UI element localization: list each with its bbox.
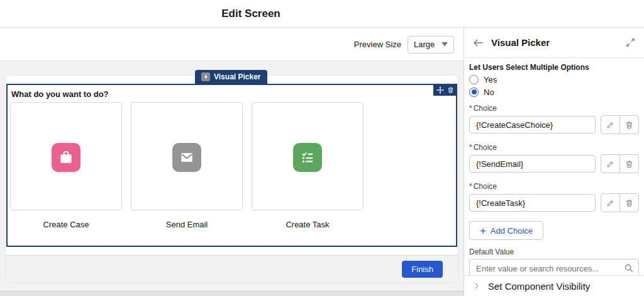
plus-icon: + (480, 225, 486, 236)
choice-input-create-case[interactable] (469, 116, 596, 134)
choice-row (469, 115, 639, 134)
preview-bar: Preview Size Large (0, 28, 464, 60)
choice-field-label: *Choice (469, 143, 639, 152)
default-value-label: Default Value (469, 248, 639, 256)
choice-field-label: *Choice (469, 104, 639, 113)
radio-no[interactable] (469, 88, 479, 97)
modal-header: Edit Screen (0, 0, 644, 28)
preview-size-select[interactable]: Large (408, 36, 454, 54)
choice-input-create-task[interactable] (469, 194, 596, 212)
choice-actions (601, 154, 639, 173)
modal-bottom-strip (0, 291, 464, 296)
visibility-label: Set Component Visibility (488, 281, 590, 292)
preview-size-value: Large (414, 40, 435, 49)
panel-title: Visual Picker (491, 37, 618, 48)
screen-footer: Finish (6, 255, 458, 282)
choice-card-create-case: Create Case (10, 102, 122, 229)
required-asterisk: * (469, 143, 472, 152)
choice-field-label: *Choice (469, 182, 639, 191)
back-arrow-icon[interactable] (473, 38, 484, 47)
component-tab-label: Visual Picker (214, 72, 261, 81)
task-icon (293, 143, 322, 172)
radio-yes[interactable] (469, 75, 479, 84)
case-icon (52, 143, 80, 172)
panel-header: Visual Picker (464, 28, 644, 58)
set-component-visibility-section[interactable]: Set Component Visibility (464, 275, 644, 296)
screen-canvas: What do you want to do? Create Case (0, 60, 464, 291)
choice-input-send-email[interactable] (469, 155, 596, 173)
lightning-bolt-icon (201, 72, 210, 81)
edit-choice-button[interactable] (601, 154, 620, 173)
choice-group-3: *Choice (469, 182, 639, 212)
card-label: Create Task (286, 220, 329, 229)
required-asterisk: * (469, 182, 472, 191)
choice-actions (601, 193, 639, 212)
chevron-right-icon (473, 282, 480, 290)
send-email-card[interactable] (131, 102, 243, 210)
choice-card-create-task: Create Task (252, 102, 364, 229)
edit-choice-button[interactable] (601, 115, 620, 134)
choice-group-1: *Choice (469, 104, 639, 134)
choice-row (469, 154, 639, 173)
choice-group-2: *Choice (469, 143, 639, 173)
properties-panel: Visual Picker Let Users Select Multiple … (464, 28, 644, 296)
radio-option-no[interactable]: No (469, 86, 639, 98)
card-label: Create Case (43, 220, 89, 229)
create-task-card[interactable] (252, 102, 364, 210)
expand-icon[interactable] (626, 38, 635, 47)
screen-preview-card: What do you want to do? Create Case (5, 75, 458, 283)
choice-cards: Create Case Send Email (10, 102, 364, 229)
page-title: Edit Screen (0, 0, 502, 28)
multi-select-label: Let Users Select Multiple Options (469, 63, 639, 72)
card-label: Send Email (166, 220, 208, 229)
finish-button[interactable]: Finish (402, 261, 443, 278)
component-tab[interactable]: Visual Picker (195, 70, 267, 84)
radio-option-yes[interactable]: Yes (469, 74, 639, 85)
delete-choice-button[interactable] (619, 154, 639, 173)
question-label: What do you want to do? (11, 89, 109, 99)
choice-row (469, 193, 639, 212)
visual-picker-component[interactable]: What do you want to do? Create Case (6, 84, 457, 247)
chevron-down-icon (441, 42, 448, 47)
edit-screen-modal: Edit Screen Preview Size Large (0, 0, 644, 296)
edit-choice-button[interactable] (601, 193, 620, 212)
delete-component-icon[interactable] (447, 86, 454, 94)
preview-size-label: Preview Size (354, 40, 401, 49)
choice-actions (601, 115, 639, 134)
add-choice-label: Add Choice (491, 226, 533, 236)
radio-yes-label: Yes (484, 75, 497, 84)
email-icon (172, 143, 201, 172)
create-case-card[interactable] (10, 102, 122, 210)
search-icon[interactable] (624, 263, 634, 273)
component-action-badge (433, 84, 457, 96)
move-icon[interactable] (436, 86, 444, 94)
delete-choice-button[interactable] (619, 115, 639, 134)
radio-no-label: No (484, 88, 494, 97)
add-choice-button[interactable]: + Add Choice (469, 221, 543, 240)
panel-body: Let Users Select Multiple Options Yes No… (464, 58, 644, 278)
required-asterisk: * (469, 104, 472, 113)
choice-card-send-email: Send Email (131, 102, 243, 229)
delete-choice-button[interactable] (619, 193, 639, 212)
